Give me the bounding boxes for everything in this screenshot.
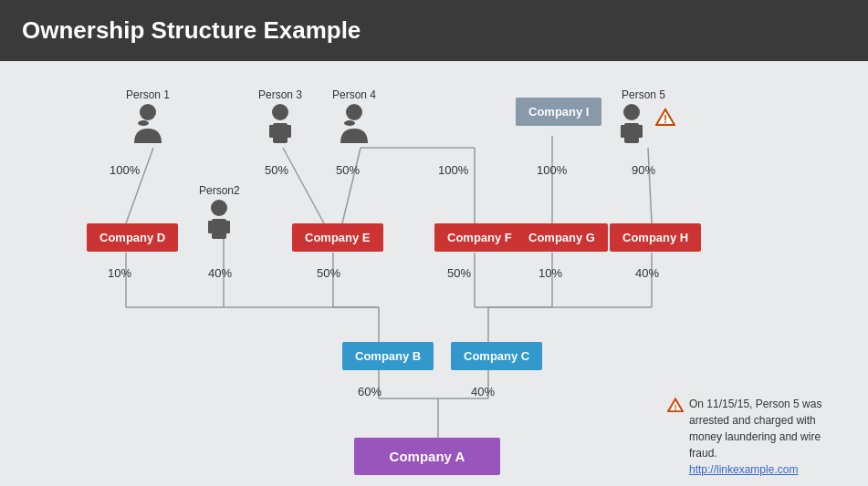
companyB-box: Company B [342,342,434,370]
companyA-node: Company A [354,438,500,475]
svg-rect-46 [225,221,230,233]
svg-line-6 [648,148,652,223]
person4-label: Person 4 [332,88,376,101]
person1-node: Person 1 [126,88,170,143]
svg-point-34 [344,120,355,126]
svg-line-2 [342,148,361,223]
companyF-node: Company F [434,223,525,252]
person3-node: Person 3 [258,88,302,143]
title-text: Ownership Structure Example [22,16,361,44]
pct-p1-d: 100% [110,163,140,177]
companyC-node: Company C [451,342,542,370]
person2-icon [199,199,239,239]
companyH-node: Company H [610,223,701,252]
svg-rect-39 [626,138,631,143]
note-text: On 11/15/15, Person 5 was arrested and c… [689,398,821,460]
svg-point-35 [623,104,640,120]
pct-p5-h: 90% [632,163,655,177]
svg-point-33 [346,104,362,120]
pct-ci-g: 100% [537,163,567,177]
person2-node: Person2 [199,184,240,239]
svg-rect-37 [621,125,625,138]
companyD-box: Company D [87,223,178,252]
companyE-box: Company E [292,223,383,252]
svg-point-25 [140,104,156,120]
note-warning-icon: ! [667,397,684,419]
person5-warning-icon: ! [655,108,675,129]
svg-rect-40 [633,138,637,143]
pct-c-a: 40% [471,385,495,398]
pct-b-a: 60% [358,385,382,398]
person4-node: Person 4 [332,88,376,143]
person3-icon [260,103,300,143]
note-link[interactable]: http://linkexample.com [689,463,798,476]
svg-rect-47 [214,233,218,239]
pct-f-c: 50% [447,266,471,280]
svg-rect-32 [281,138,286,143]
pct-p4-f: 100% [438,163,468,177]
pct-p4-e: 50% [336,163,360,177]
companyB-node: Company B [342,342,434,370]
svg-rect-38 [638,125,643,138]
companyI-box: Company I [516,98,601,126]
person2-label: Person2 [199,184,240,197]
svg-rect-30 [287,125,291,138]
svg-point-26 [138,120,149,126]
companyI-node: Company I [516,98,601,126]
svg-text:!: ! [674,402,676,412]
pct-d-b: 10% [108,266,131,280]
person5-icon [612,103,652,143]
svg-text:!: ! [664,113,667,126]
person3-label: Person 3 [258,88,302,101]
companyG-box: Company G [516,223,608,252]
diagram-area: Person 1 Person 3 Person 4 [0,61,868,486]
pct-g-b: 10% [539,266,562,280]
person4-icon [334,103,374,143]
companyD-node: Company D [87,223,178,252]
svg-rect-29 [269,125,274,138]
svg-point-43 [211,200,227,216]
pct-p2-b: 40% [208,266,232,280]
svg-point-27 [272,104,288,120]
pct-h-c: 40% [635,266,659,280]
companyE-node: Company E [292,223,383,252]
svg-rect-31 [275,138,279,143]
warning-note: ! On 11/15/15, Person 5 was arrested and… [667,396,850,478]
person1-icon [128,103,168,143]
svg-line-1 [283,148,324,223]
companyF-box: Company F [434,223,525,252]
svg-rect-45 [208,221,213,233]
person5-node: Person 5 ! [612,88,675,143]
companyC-box: Company C [451,342,542,370]
svg-rect-48 [220,233,225,239]
pct-p3-e: 50% [265,163,288,177]
page-title: Ownership Structure Example [0,0,868,61]
companyG-node: Company G [516,223,608,252]
svg-line-0 [126,148,153,223]
person1-label: Person 1 [126,88,170,101]
companyH-box: Company H [610,223,701,252]
companyA-box: Company A [354,438,500,475]
pct-e-b: 50% [317,266,340,280]
person5-label: Person 5 [622,88,665,101]
